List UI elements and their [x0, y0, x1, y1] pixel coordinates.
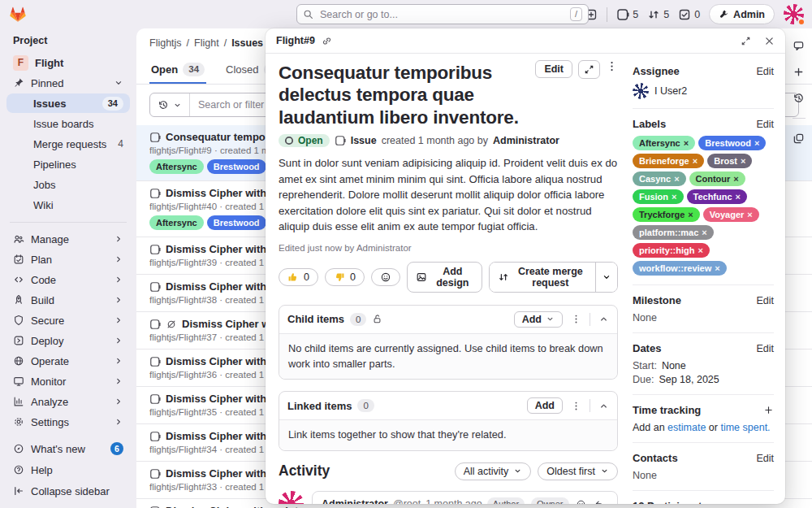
remove-label-icon[interactable]: × [693, 154, 698, 167]
sidebar-item-operate[interactable]: Operate [6, 351, 130, 371]
contacts-edit-button[interactable]: Edit [756, 453, 774, 464]
activity-filter-dropdown[interactable]: All activity [455, 462, 532, 480]
remove-label-icon[interactable]: × [754, 137, 759, 150]
open-in-full-page-button[interactable] [578, 60, 600, 79]
sidebar-item-secure[interactable]: Secure [6, 310, 130, 330]
sidebar-item-project-flight[interactable]: F Flight [6, 53, 130, 72]
sidebar-item-wiki[interactable]: Wiki [6, 195, 130, 215]
close-drawer-button[interactable] [764, 36, 775, 46]
expand-drawer-button[interactable] [741, 36, 751, 46]
label-pill[interactable]: Brestwood [207, 215, 266, 230]
remove-label-icon[interactable]: × [741, 154, 745, 167]
sidebar-item-deploy[interactable]: Deploy [6, 331, 130, 350]
remove-label-icon[interactable]: × [702, 226, 706, 239]
label-pill[interactable]: Brieneforge× [633, 154, 704, 168]
label-pill[interactable]: Tryckforge× [633, 207, 700, 222]
label-pill[interactable]: Brost× [707, 154, 752, 168]
remove-label-icon[interactable]: × [688, 208, 693, 221]
label-pill[interactable]: Aftersync [149, 159, 204, 174]
remove-label-icon[interactable]: × [736, 190, 741, 203]
label-pill[interactable]: Aftersync [149, 215, 204, 230]
comment-author[interactable]: Administrator [322, 498, 388, 504]
sidebar-item-issue-boards[interactable]: Issue boards [6, 114, 130, 133]
sidebar-item-analyze[interactable]: Analyze [6, 392, 130, 411]
linked-items-collapse-button[interactable] [598, 401, 609, 411]
sidebar-item-manage[interactable]: Manage [6, 229, 130, 249]
sidebar-item-plan[interactable]: Plan [6, 250, 130, 269]
label-pill[interactable]: Voyager× [703, 207, 759, 222]
time-spent-link[interactable]: time spent. [720, 422, 770, 433]
label-pill[interactable]: workflow::review× [633, 261, 727, 276]
sidebar-item-monitor[interactable]: Monitor [6, 371, 130, 391]
remove-label-icon[interactable]: × [747, 208, 752, 221]
add-emoji-button[interactable] [371, 268, 400, 286]
collapse-sidebar-button[interactable]: Collapse sidebar [6, 481, 130, 501]
create-mr-dropdown-toggle[interactable] [595, 263, 617, 292]
remove-label-icon[interactable]: × [733, 172, 738, 185]
child-items-menu-button[interactable] [571, 314, 581, 324]
copy-link-button[interactable] [322, 36, 332, 46]
recent-searches-dropdown[interactable] [150, 93, 190, 116]
sidebar-item-settings[interactable]: Settings [6, 412, 130, 432]
linked-items-menu-button[interactable] [571, 401, 581, 411]
issues-counter-button[interactable]: 5 [616, 8, 638, 21]
thumbs-up-button[interactable]: 0 [279, 268, 318, 286]
add-design-button[interactable]: Add design [407, 262, 482, 293]
child-items-add-button[interactable]: Add [514, 311, 563, 328]
label-pill[interactable]: Contour× [689, 172, 745, 186]
add-rail-button[interactable] [793, 66, 805, 78]
merge-requests-counter-button[interactable]: 5 [647, 8, 669, 21]
time-tracking-add-button[interactable] [763, 405, 774, 415]
tab-open[interactable]: Open34 [149, 57, 206, 84]
label-pill[interactable]: Brestwood× [698, 136, 766, 150]
global-search[interactable]: / [296, 4, 589, 24]
sidebar-item-pipelines[interactable]: Pipelines [6, 154, 130, 174]
label-pill[interactable]: Brestwood [207, 159, 266, 174]
sidebar-item-code[interactable]: Code [6, 270, 130, 289]
remove-label-icon[interactable]: × [674, 172, 679, 185]
estimate-link[interactable]: estimate [667, 422, 706, 433]
whats-new-button[interactable]: What's new6 [6, 439, 130, 458]
sidebar-item-build[interactable]: Build [6, 290, 130, 310]
history-rail-button[interactable] [793, 92, 805, 104]
todos-counter-button[interactable]: 0 [678, 8, 700, 21]
label-pill[interactable]: Fusion× [633, 189, 684, 204]
comment-emoji-button[interactable] [576, 499, 586, 504]
label-pill[interactable]: Techfunc× [687, 189, 748, 204]
global-search-input[interactable] [318, 8, 565, 21]
comments-rail-button[interactable] [793, 40, 805, 52]
labels-edit-button[interactable]: Edit [756, 119, 774, 130]
remove-label-icon[interactable]: × [698, 244, 702, 257]
label-pill[interactable]: priority::high× [633, 243, 710, 258]
label-pill[interactable]: Casync× [633, 172, 686, 186]
remove-label-icon[interactable]: × [672, 190, 676, 203]
assignee-name[interactable]: I User2 [654, 85, 687, 97]
sidebar-item-pinned[interactable]: Pinned [6, 73, 130, 93]
thumbs-down-button[interactable]: 0 [325, 268, 365, 286]
gitlab-logo-icon[interactable] [8, 5, 28, 24]
dates-edit-button[interactable]: Edit [756, 343, 774, 354]
comment-reply-button[interactable] [594, 499, 605, 504]
activity-sort-dropdown[interactable]: Oldest first [538, 462, 618, 480]
issue-actions-menu-button[interactable] [606, 60, 618, 72]
help-button[interactable]: Help [6, 460, 130, 480]
create-merge-request-button[interactable]: Create merge request [490, 263, 595, 292]
breadcrumb-group[interactable]: Flightjs [149, 37, 182, 49]
label-pill[interactable]: Aftersync× [633, 136, 695, 150]
sidebar-item-merge-requests[interactable]: Merge requests 4 [6, 134, 130, 154]
sidebar-item-jobs[interactable]: Jobs [6, 175, 130, 194]
author-link[interactable]: Administrator [493, 135, 559, 146]
assignee-edit-button[interactable]: Edit [756, 66, 774, 77]
related-items-rail-button[interactable] [793, 132, 805, 145]
milestone-edit-button[interactable]: Edit [756, 295, 774, 306]
remove-label-icon[interactable]: × [684, 137, 689, 150]
child-items-collapse-button[interactable] [598, 314, 609, 324]
sidebar-item-issues[interactable]: Issues 34 [6, 93, 130, 113]
breadcrumb-project[interactable]: Flight [194, 37, 219, 49]
user-avatar[interactable] [784, 4, 804, 24]
remove-label-icon[interactable]: × [715, 262, 719, 275]
linked-items-add-button[interactable]: Add [527, 397, 563, 414]
label-pill[interactable]: platform::mac× [633, 225, 714, 240]
edit-issue-button[interactable]: Edit [535, 60, 572, 78]
admin-button[interactable]: Admin [709, 4, 775, 24]
